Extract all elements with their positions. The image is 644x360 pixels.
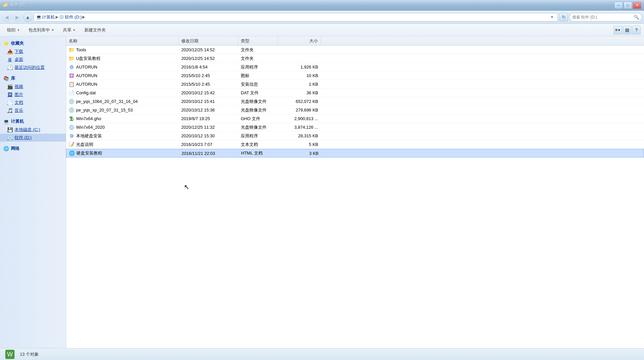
document-icon: 📄 bbox=[7, 100, 13, 105]
table-row[interactable]: 🌐 硬盘安装教程 2016/11/21 22:03 HTML 文档 3 KB bbox=[66, 149, 644, 158]
up-button[interactable]: ▲ bbox=[23, 13, 32, 22]
file-size-cell bbox=[278, 54, 321, 63]
table-row[interactable]: ⚙ 本地硬盘安装 2020/10/12 15:30 应用程序 28,315 KB bbox=[66, 132, 644, 140]
minimize-button[interactable]: ─ bbox=[614, 2, 623, 9]
sidebar-item-d-drive[interactable]: 💿 软件 (D:) bbox=[0, 134, 66, 142]
file-icon: 🗜 bbox=[69, 116, 74, 121]
file-name: pe_yqs_1064_20_07_31_16_04 bbox=[76, 99, 138, 104]
organize-button[interactable]: 组织 ▼ bbox=[3, 25, 23, 35]
breadcrumb-drive-d[interactable]: 💿 软件 (D:) bbox=[59, 14, 82, 20]
refresh-button[interactable]: ↻ bbox=[559, 13, 568, 22]
statusbar-icon: W bbox=[4, 348, 16, 360]
close-button[interactable]: ✕ bbox=[633, 2, 641, 9]
file-date-cell: 2020/10/12 15:30 bbox=[179, 132, 238, 140]
table-row[interactable]: ⚙ AUTORUN 2016/1/8 4:54 应用程序 1,926 KB bbox=[66, 63, 644, 71]
file-size-cell: 279,696 KB bbox=[278, 106, 321, 114]
back-button[interactable]: ◀ bbox=[2, 13, 11, 22]
sidebar-item-desktop[interactable]: 🖥 桌面 bbox=[0, 56, 66, 64]
file-icon: ⚙ bbox=[69, 133, 74, 139]
address-bar[interactable]: 💻 计算机 ▶ 💿 软件 (D:) ▶ ▼ bbox=[34, 13, 558, 22]
sidebar-item-recent[interactable]: 🕐 最近访问的位置 bbox=[0, 64, 66, 71]
file-type: GHO 文件 bbox=[241, 116, 260, 122]
table-row[interactable]: 💿 pe_yqs_xp_20_07_31_15_53 2020/10/12 15… bbox=[66, 106, 644, 114]
search-bar[interactable]: 🔍 bbox=[569, 13, 642, 22]
file-name-cell: 📁 U盘安装教程 bbox=[66, 54, 179, 63]
file-size-cell: 36 KB bbox=[278, 89, 321, 97]
help-button[interactable]: ? bbox=[632, 26, 641, 34]
share-button[interactable]: 共享 ▼ bbox=[59, 25, 79, 35]
new-folder-button[interactable]: 新建文件夹 bbox=[81, 25, 109, 35]
file-date: 2020/12/25 11:32 bbox=[181, 125, 215, 130]
sidebar-item-picture[interactable]: 🖼 图片 bbox=[0, 91, 66, 99]
column-header-size[interactable]: 大小 bbox=[278, 36, 321, 45]
include-in-library-button[interactable]: 包含到库中 ▼ bbox=[25, 25, 58, 35]
svg-text:W: W bbox=[7, 351, 13, 358]
table-row[interactable]: 📁 Tools 2020/12/25 14:52 文件夹 bbox=[66, 46, 644, 54]
table-row[interactable]: 📝 光盘说明 2016/10/23 7:07 文本文档 5 KB bbox=[66, 140, 644, 149]
sidebar-item-music[interactable]: 🎵 音乐 bbox=[0, 107, 66, 114]
file-size-cell: 1 KB bbox=[278, 80, 321, 88]
table-row[interactable]: 📋 AUTORUN 2015/5/10 2:45 安装信息 1 KB bbox=[66, 80, 644, 89]
forward-button[interactable]: ▶ bbox=[13, 13, 22, 22]
download-icon: 📥 bbox=[7, 49, 13, 54]
file-type: 光盘映像文件 bbox=[241, 99, 267, 105]
file-date: 2016/11/21 22:03 bbox=[182, 151, 215, 156]
search-icon: 🔍 bbox=[634, 15, 639, 20]
sidebar-header-network[interactable]: 🌐 网络 bbox=[0, 144, 66, 153]
address-dropdown-arrow[interactable]: ▼ bbox=[550, 15, 556, 19]
recent-icon: 🕐 bbox=[7, 65, 13, 70]
file-name: Config.dat bbox=[76, 90, 96, 95]
music-icon: 🎵 bbox=[7, 108, 13, 113]
file-type-cell: 文件夹 bbox=[238, 54, 278, 63]
file-type-cell: 应用程序 bbox=[238, 132, 278, 140]
file-date: 2015/5/10 2:45 bbox=[181, 82, 210, 87]
file-date-cell: 2020/10/12 15:42 bbox=[179, 89, 238, 97]
file-name: 硬盘安装教程 bbox=[76, 150, 102, 156]
titlebar-title: 软件 (D:) bbox=[11, 2, 26, 8]
file-type: 文件夹 bbox=[241, 56, 254, 62]
file-type: 图标 bbox=[241, 73, 249, 79]
sidebar-item-download[interactable]: 📥 下载 bbox=[0, 48, 66, 56]
column-header-name[interactable]: 名称 bbox=[66, 36, 179, 45]
file-type: 光盘映像文件 bbox=[241, 124, 267, 130]
table-row[interactable]: 📄 Config.dat 2020/10/12 15:42 DAT 文件 36 … bbox=[66, 89, 644, 97]
column-header-date[interactable]: 修改日期 bbox=[179, 36, 238, 45]
navbar: ◀ ▶ ▲ 💻 计算机 ▶ 💿 软件 (D:) ▶ ▼ ↻ 🔍 bbox=[0, 11, 644, 24]
preview-pane-button[interactable]: ▤ bbox=[623, 26, 631, 34]
breadcrumb-computer[interactable]: 💻 计算机 bbox=[36, 14, 55, 20]
maximize-button[interactable]: □ bbox=[623, 2, 632, 9]
sidebar-header-library[interactable]: 📚 库 bbox=[0, 74, 66, 83]
file-size: 5 KB bbox=[309, 142, 318, 147]
table-row[interactable]: 📁 U盘安装教程 2020/12/25 14:52 文件夹 bbox=[66, 54, 644, 63]
file-type: DAT 文件 bbox=[241, 90, 259, 96]
table-row[interactable]: 🖼 AUTORUN 2015/5/10 2:45 图标 10 KB bbox=[66, 71, 644, 80]
file-rows-container: 📁 Tools 2020/12/25 14:52 文件夹 📁 U盘安装教程 20… bbox=[66, 46, 644, 158]
file-list-header: 名称 修改日期 类型 大小 bbox=[66, 36, 644, 46]
search-input[interactable] bbox=[572, 15, 632, 20]
table-row[interactable]: 💿 Win7x64_2020 2020/12/25 11:32 光盘映像文件 3… bbox=[66, 123, 644, 132]
file-size-cell: 2,900,813 ... bbox=[278, 114, 321, 123]
file-date: 2020/10/12 15:30 bbox=[181, 133, 215, 138]
sidebar-item-document[interactable]: 📄 文档 bbox=[0, 99, 66, 107]
table-row[interactable]: 💿 pe_yqs_1064_20_07_31_16_04 2020/10/12 … bbox=[66, 97, 644, 106]
sidebar-header-favorites[interactable]: ⭐ 收藏夹 bbox=[0, 39, 66, 48]
view-options-button[interactable]: ≡ ▼ bbox=[614, 26, 622, 34]
file-name: AUTORUN bbox=[76, 82, 97, 87]
table-row[interactable]: 🗜 Win7x64.gho 2019/9/7 19:25 GHO 文件 2,90… bbox=[66, 114, 644, 123]
file-name: AUTORUN bbox=[76, 73, 97, 78]
file-icon: 💿 bbox=[69, 125, 74, 130]
file-size: 10 KB bbox=[307, 73, 318, 78]
c-drive-icon: 💾 bbox=[7, 127, 13, 132]
file-name-cell: ⚙ 本地硬盘安装 bbox=[66, 132, 179, 140]
file-icon: 📄 bbox=[69, 90, 74, 96]
sidebar-section-library: 📚 库 🎬 视频 🖼 图片 📄 文档 🎵 音乐 bbox=[0, 74, 66, 114]
file-icon: 📋 bbox=[69, 82, 74, 87]
sidebar-header-computer[interactable]: 💻 计算机 bbox=[0, 117, 66, 126]
sidebar-item-c-drive[interactable]: 💾 本地磁盘 (C:) bbox=[0, 126, 66, 134]
file-date-cell: 2020/10/12 15:36 bbox=[179, 106, 238, 114]
file-area[interactable]: 名称 修改日期 类型 大小 📁 Tools 2020/12/25 14:52 文… bbox=[66, 36, 644, 348]
column-header-type[interactable]: 类型 bbox=[238, 36, 278, 45]
sidebar-item-video[interactable]: 🎬 视频 bbox=[0, 83, 66, 91]
file-date-cell: 2016/11/21 22:03 bbox=[179, 149, 238, 157]
file-icon: 📝 bbox=[69, 142, 74, 147]
